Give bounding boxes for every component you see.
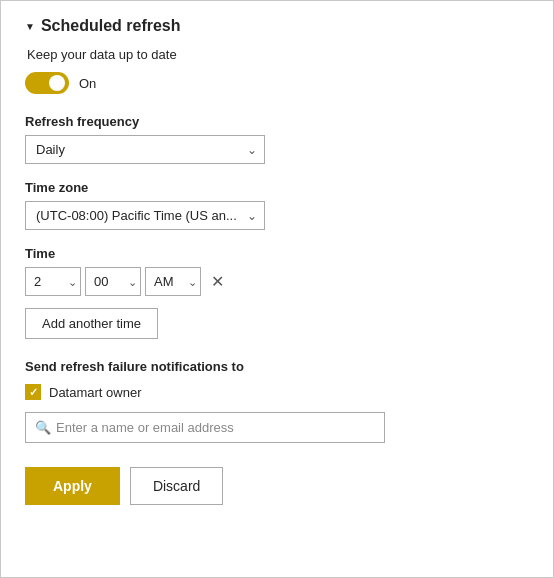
toggle-thumb bbox=[49, 75, 65, 91]
add-time-button[interactable]: Add another time bbox=[25, 308, 158, 339]
hour-select[interactable]: 1 2 3 4 5 6 7 8 9 10 11 12 bbox=[25, 267, 81, 296]
time-row: 1 2 3 4 5 6 7 8 9 10 11 12 00 15 bbox=[25, 267, 529, 296]
timezone-select[interactable]: (UTC-08:00) Pacific Time (US an... bbox=[25, 201, 265, 230]
section-header: ▼ Scheduled refresh bbox=[25, 17, 529, 35]
toggle-track bbox=[25, 72, 69, 94]
time-label: Time bbox=[25, 246, 529, 261]
minute-select[interactable]: 00 15 30 45 bbox=[85, 267, 141, 296]
frequency-field: Refresh frequency Daily Weekly Monthly bbox=[25, 114, 529, 164]
toggle-row: On bbox=[25, 72, 529, 94]
scheduled-refresh-panel: ▼ Scheduled refresh Keep your data up to… bbox=[0, 0, 554, 578]
frequency-label: Refresh frequency bbox=[25, 114, 529, 129]
frequency-select[interactable]: Daily Weekly Monthly bbox=[25, 135, 265, 164]
checkbox-row: ✓ Datamart owner bbox=[25, 384, 529, 400]
hour-select-wrapper: 1 2 3 4 5 6 7 8 9 10 11 12 bbox=[25, 267, 81, 296]
ampm-select[interactable]: AM PM bbox=[145, 267, 201, 296]
checkbox-label: Datamart owner bbox=[49, 385, 141, 400]
timezone-select-wrapper: (UTC-08:00) Pacific Time (US an... bbox=[25, 201, 265, 230]
minute-select-wrapper: 00 15 30 45 bbox=[85, 267, 141, 296]
time-field: Time 1 2 3 4 5 6 7 8 9 10 11 12 bbox=[25, 246, 529, 339]
action-row: Apply Discard bbox=[25, 467, 529, 505]
remove-time-button[interactable]: ✕ bbox=[205, 270, 230, 294]
frequency-select-wrapper: Daily Weekly Monthly bbox=[25, 135, 265, 164]
checkmark-icon: ✓ bbox=[29, 386, 38, 399]
refresh-toggle[interactable] bbox=[25, 72, 69, 94]
apply-button[interactable]: Apply bbox=[25, 467, 120, 505]
collapse-chevron-icon[interactable]: ▼ bbox=[25, 21, 35, 32]
datamart-owner-checkbox[interactable]: ✓ bbox=[25, 384, 41, 400]
discard-button[interactable]: Discard bbox=[130, 467, 223, 505]
section-title: Scheduled refresh bbox=[41, 17, 181, 35]
notifications-section: Send refresh failure notifications to ✓ … bbox=[25, 359, 529, 443]
timezone-label: Time zone bbox=[25, 180, 529, 195]
email-input-wrapper: 🔍 bbox=[25, 412, 529, 443]
ampm-select-wrapper: AM PM bbox=[145, 267, 201, 296]
timezone-field: Time zone (UTC-08:00) Pacific Time (US a… bbox=[25, 180, 529, 230]
notifications-title: Send refresh failure notifications to bbox=[25, 359, 529, 374]
toggle-label: On bbox=[79, 76, 96, 91]
subtitle-text: Keep your data up to date bbox=[27, 47, 529, 62]
email-input[interactable] bbox=[25, 412, 385, 443]
